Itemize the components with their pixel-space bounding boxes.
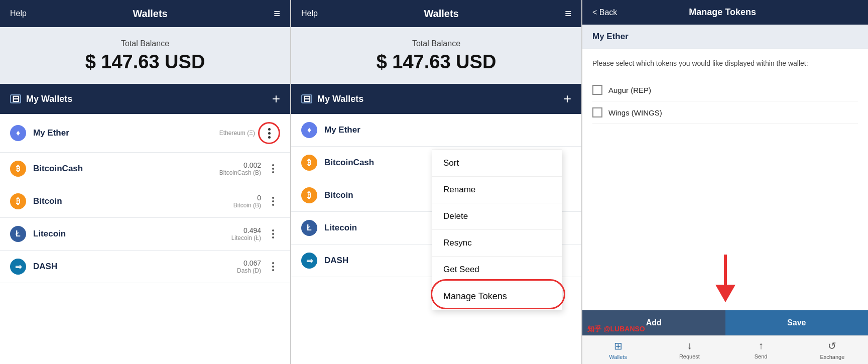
wallet-right-bitcoin: 0 Bitcoin (B)	[233, 194, 261, 209]
panel3-description: Please select which tokens you would lik…	[582, 49, 868, 74]
wings-checkbox[interactable]	[592, 107, 602, 117]
panel2-wallets-title: My Wallets	[317, 94, 363, 104]
wings-token-name: Wings (WINGS)	[608, 108, 662, 117]
dash-menu-btn[interactable]	[266, 260, 280, 274]
panel2-wallet-my-ether[interactable]: ♦ My Ether	[291, 114, 581, 147]
panel-2: Help Wallets ≡ Total Balance $ 147.63 US…	[291, 0, 582, 364]
augur-token-name: Augur (REP)	[608, 86, 651, 94]
nav-exchange[interactable]: ↺ Exchange	[797, 336, 868, 364]
panel2-balance-area: Total Balance $ 147.63 USD	[291, 27, 581, 84]
panel1-header: Help Wallets ≡	[0, 0, 290, 27]
wallet-amount-bitcoin: 0	[233, 194, 261, 202]
panel2-dash-icon: ⇒	[301, 253, 317, 269]
wallet-item-dash[interactable]: ⇒ DASH 0.067 Dash (D)	[0, 251, 290, 283]
watermark: 知乎 @LUBANSO	[587, 325, 645, 334]
nav-wallets-label: Wallets	[609, 354, 627, 360]
nav-request-label: Request	[679, 353, 700, 359]
panel2-name-my-ether: My Ether	[324, 125, 571, 135]
wallet-currency-bitcoincash: BitcoinCash (B)	[219, 169, 261, 176]
panel2-header: Help Wallets ≡	[291, 0, 581, 27]
bitcoin-menu-btn[interactable]	[266, 194, 280, 208]
wallet-name-dash: DASH	[33, 262, 237, 272]
panel1-balance-amount: $ 147.63 USD	[10, 51, 280, 73]
panel1-wallets-title: My Wallets	[26, 94, 72, 104]
panel2-eth-icon: ♦	[301, 122, 317, 138]
panel2-btccash-icon: ₿	[301, 155, 317, 171]
manage-tokens-title: Manage Tokens	[689, 7, 756, 18]
wallet-amount-bitcoincash: 0.002	[219, 161, 261, 169]
bottom-nav: ⊞ Wallets ↓ Request ↑ Send ↺ Exchange	[582, 335, 868, 364]
context-menu-manage-tokens[interactable]: Manage Tokens	[432, 283, 562, 310]
save-button[interactable]: Save	[725, 310, 869, 335]
context-menu-resync[interactable]: Resync	[432, 230, 562, 257]
panel1-wallet-list: ♦ My Ether Ethereum (Ξ) ₿ BitcoinCash 0.…	[0, 114, 290, 364]
wallet-folder-icon: ⊟	[10, 94, 21, 103]
nav-wallets[interactable]: ⊞ Wallets	[582, 336, 654, 364]
wallet-currency-dash: Dash (D)	[237, 267, 261, 274]
back-button[interactable]: < Back	[592, 8, 617, 17]
panel1-menu-icon[interactable]: ≡	[274, 7, 280, 20]
wallet-name-bitcoincash: BitcoinCash	[33, 164, 219, 174]
exchange-nav-icon: ↺	[828, 340, 836, 352]
send-nav-icon: ↑	[759, 340, 764, 351]
panel2-balance-label: Total Balance	[301, 39, 571, 48]
panel2-wallets-title-row: ⊟ My Wallets	[301, 94, 363, 104]
request-nav-icon: ↓	[687, 340, 692, 351]
wallet-item-bitcoincash[interactable]: ₿ BitcoinCash 0.002 BitcoinCash (B)	[0, 153, 290, 185]
panel2-wallet-folder-icon: ⊟	[301, 94, 312, 103]
eth-coin-icon: ♦	[10, 125, 26, 141]
wallet-amount-litecoin: 0.494	[231, 226, 261, 234]
panel1-balance-area: Total Balance $ 147.63 USD	[0, 27, 290, 84]
panel2-menu-icon[interactable]: ≡	[565, 7, 571, 20]
btccash-coin-icon: ₿	[10, 161, 26, 177]
panel1-wallets-header: ⊟ My Wallets +	[0, 84, 290, 114]
wallet-item-litecoin[interactable]: Ł Litecoin 0.494 Litecoin (Ł)	[0, 218, 290, 251]
panel2-title: Wallets	[424, 8, 458, 20]
context-menu-sort[interactable]: Sort	[432, 150, 562, 177]
bitcoincash-menu-btn[interactable]	[266, 162, 280, 176]
nav-send-label: Send	[755, 353, 768, 359]
litecoin-menu-btn[interactable]	[266, 227, 280, 241]
context-menu: Sort Rename Delete Resync Get Seed Manag…	[432, 150, 562, 310]
wallet-right-bitcoincash: 0.002 BitcoinCash (B)	[219, 161, 261, 176]
panel2-add-wallet-btn[interactable]: +	[563, 91, 571, 107]
panel1-wallets-title-row: ⊟ My Wallets	[10, 94, 72, 104]
wallet-right-litecoin: 0.494 Litecoin (Ł)	[231, 226, 261, 241]
panel1-balance-label: Total Balance	[10, 39, 280, 48]
wallet-name-bitcoin: Bitcoin	[33, 196, 233, 206]
wallet-amount-dash: 0.067	[237, 259, 261, 267]
panel2-help[interactable]: Help	[301, 9, 318, 18]
context-menu-rename[interactable]: Rename	[432, 177, 562, 203]
wallet-currency-litecoin: Litecoin (Ł)	[231, 234, 261, 241]
panel1-help[interactable]: Help	[10, 9, 27, 18]
token-list: Augur (REP) Wings (WINGS)	[582, 74, 868, 245]
token-item-augur: Augur (REP)	[592, 79, 858, 101]
wallet-right-my-ether: Ethereum (Ξ)	[219, 130, 255, 137]
wallet-right-dash: 0.067 Dash (D)	[237, 259, 261, 274]
context-menu-get-seed[interactable]: Get Seed	[432, 257, 562, 283]
context-menu-delete[interactable]: Delete	[432, 203, 562, 230]
svg-marker-1	[715, 285, 735, 302]
panel-1: Help Wallets ≡ Total Balance $ 147.63 US…	[0, 0, 291, 364]
panel1-title: Wallets	[133, 8, 167, 20]
panel3-sub-title: My Ether	[582, 25, 868, 49]
wallet-currency-bitcoin: Bitcoin (B)	[233, 202, 261, 209]
panel2-balance-amount: $ 147.63 USD	[301, 51, 571, 73]
panel2-ltc-icon: Ł	[301, 220, 317, 236]
nav-request[interactable]: ↓ Request	[654, 336, 725, 364]
panel1-add-wallet-btn[interactable]: +	[272, 91, 280, 107]
wallet-currency-my-ether: Ethereum (Ξ)	[219, 130, 255, 137]
wallet-item-bitcoin[interactable]: ₿ Bitcoin 0 Bitcoin (B)	[0, 185, 290, 218]
panel2-btc-icon: ₿	[301, 187, 317, 203]
panel-3: < Back Manage Tokens My Ether Please sel…	[582, 0, 868, 364]
wallet-name-litecoin: Litecoin	[33, 229, 231, 239]
nav-send[interactable]: ↑ Send	[725, 336, 797, 364]
wallet-name-my-ether: My Ether	[33, 128, 219, 138]
augur-checkbox[interactable]	[592, 85, 602, 95]
my-ether-menu-btn[interactable]	[258, 122, 280, 144]
nav-exchange-label: Exchange	[820, 354, 844, 360]
btc-coin-icon: ₿	[10, 193, 26, 209]
red-arrow-container	[582, 245, 868, 310]
ltc-coin-icon: Ł	[10, 226, 26, 242]
wallet-item-my-ether[interactable]: ♦ My Ether Ethereum (Ξ)	[0, 114, 290, 153]
